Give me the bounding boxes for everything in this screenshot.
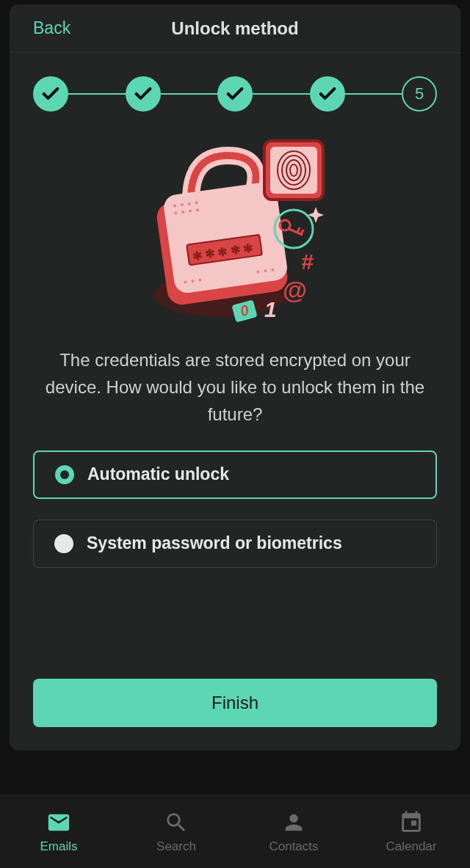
check-icon xyxy=(133,84,153,104)
unlock-method-modal: Back Unlock method 5 xyxy=(10,4,460,751)
svg-text:@: @ xyxy=(283,276,307,304)
nav-label: Search xyxy=(156,839,196,854)
svg-point-26 xyxy=(280,220,290,230)
search-icon xyxy=(164,810,189,835)
step-5-current: 5 xyxy=(402,76,437,112)
check-icon xyxy=(225,84,245,104)
step-connector xyxy=(161,93,218,95)
modal-header: Back Unlock method xyxy=(10,4,460,53)
step-connector xyxy=(253,93,310,95)
modal-footer: Finish xyxy=(10,679,460,751)
unlock-options: Automatic unlock System password or biom… xyxy=(10,428,460,568)
step-connector xyxy=(345,93,402,95)
svg-line-29 xyxy=(301,230,303,234)
lock-illustration: ✱ ✱ ✱ ✱ ✱ # @ xyxy=(10,126,460,346)
bottom-navigation: Emails Search Contacts Calendar xyxy=(0,795,470,868)
calendar-icon xyxy=(399,810,424,835)
check-icon xyxy=(317,84,338,104)
finish-button[interactable]: Finish xyxy=(33,679,437,727)
description-text: The credentials are stored encrypted on … xyxy=(10,346,460,428)
step-4-completed xyxy=(310,76,345,112)
nav-contacts[interactable]: Contacts xyxy=(235,795,352,868)
svg-line-28 xyxy=(297,227,300,233)
radio-unchecked-icon xyxy=(54,534,73,553)
nav-search[interactable]: Search xyxy=(118,795,235,868)
step-3-completed xyxy=(217,76,253,112)
nav-label: Emails xyxy=(40,839,77,854)
svg-text:1: 1 xyxy=(264,297,277,321)
nav-emails[interactable]: Emails xyxy=(0,795,118,868)
email-icon xyxy=(46,810,71,835)
step-2-completed xyxy=(126,76,161,112)
nav-calendar[interactable]: Calendar xyxy=(352,795,470,868)
contacts-icon xyxy=(281,810,306,835)
svg-text:#: # xyxy=(301,249,314,274)
option-label: System password or biometrics xyxy=(87,533,342,553)
step-1-completed xyxy=(33,76,68,112)
option-automatic-unlock[interactable]: Automatic unlock xyxy=(33,451,437,499)
modal-title: Unlock method xyxy=(10,18,460,39)
svg-line-27 xyxy=(289,229,303,235)
progress-stepper: 5 xyxy=(10,53,460,126)
back-button[interactable]: Back xyxy=(33,18,70,38)
step-number: 5 xyxy=(415,84,424,103)
step-connector xyxy=(68,93,126,95)
radio-checked-icon xyxy=(55,465,74,484)
option-label: Automatic unlock xyxy=(87,464,229,484)
check-icon xyxy=(40,84,61,104)
option-system-password[interactable]: System password or biometrics xyxy=(33,519,437,568)
nav-label: Calendar xyxy=(386,839,437,854)
nav-label: Contacts xyxy=(269,839,318,854)
